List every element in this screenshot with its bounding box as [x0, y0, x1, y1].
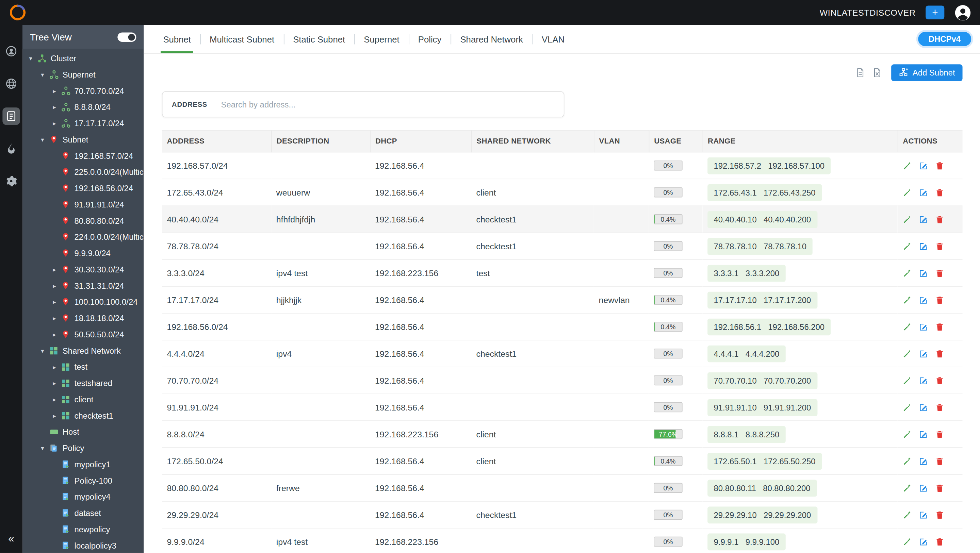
- tree-item[interactable]: ▸ 8.8.8.0/24: [22, 99, 143, 115]
- tree-item[interactable]: ▸ checktest1: [22, 407, 143, 424]
- tree-item[interactable]: Policy-100: [22, 472, 143, 489]
- configure-icon[interactable]: [902, 484, 912, 493]
- table-row[interactable]: 172.65.43.0/24 weuuerw 192.168.56.4 clie…: [162, 179, 963, 206]
- tree-item[interactable]: ▾ Cluster: [22, 50, 143, 66]
- tree-item[interactable]: mypolicy4: [22, 488, 143, 505]
- chevron-icon[interactable]: ▸: [51, 298, 57, 305]
- address-search-input[interactable]: [220, 99, 554, 110]
- edit-icon[interactable]: [919, 161, 928, 171]
- table-row[interactable]: 3.3.3.0/24 ipv4 test 192.168.223.156 tes…: [162, 259, 963, 286]
- delete-icon[interactable]: [935, 242, 945, 251]
- configure-icon[interactable]: [902, 323, 912, 332]
- tree-view-toggle[interactable]: [118, 32, 136, 42]
- chevron-icon[interactable]: ▾: [40, 71, 46, 78]
- table-row[interactable]: 4.4.4.0/24 ipv4 192.168.56.4 checktest1 …: [162, 340, 963, 367]
- tab-policy[interactable]: Policy: [409, 25, 451, 53]
- delete-icon[interactable]: [935, 510, 945, 520]
- table-row[interactable]: 78.78.78.0/24 192.168.56.4 checktest1 0%…: [162, 233, 963, 259]
- delete-icon[interactable]: [935, 349, 945, 359]
- chevron-icon[interactable]: ▾: [40, 445, 46, 451]
- chevron-icon[interactable]: ▸: [51, 363, 57, 370]
- edit-icon[interactable]: [919, 188, 928, 198]
- configure-icon[interactable]: [902, 510, 912, 520]
- configure-icon[interactable]: [902, 242, 912, 251]
- tree-item[interactable]: 225.0.0.0/24(Multicast): [22, 164, 143, 180]
- tree-item[interactable]: ▸ 30.30.30.0/24: [22, 261, 143, 278]
- tree-item[interactable]: Host: [22, 423, 143, 440]
- delete-icon[interactable]: [935, 188, 945, 198]
- configure-icon[interactable]: [902, 296, 912, 305]
- tree-item[interactable]: 9.9.9.0/24: [22, 245, 143, 261]
- tree-item[interactable]: ▾ Subnet: [22, 131, 143, 148]
- configure-icon[interactable]: [902, 188, 912, 198]
- edit-icon[interactable]: [919, 457, 928, 466]
- dhcp-icon[interactable]: [2, 140, 20, 157]
- configure-icon[interactable]: [902, 537, 912, 547]
- tree-item[interactable]: ▸ 50.50.50.0/24: [22, 326, 143, 342]
- table-row[interactable]: 91.91.91.0/24 192.168.56.4 0% 91.91.91.1…: [162, 394, 963, 421]
- tree-item[interactable]: 192.168.56.0/24: [22, 180, 143, 196]
- table-row[interactable]: 9.9.9.0/24 ipv4 test 192.168.223.156 0% …: [162, 528, 963, 553]
- configure-icon[interactable]: [902, 430, 912, 439]
- chevron-icon[interactable]: ▸: [51, 87, 57, 94]
- edit-icon[interactable]: [919, 430, 928, 439]
- tree-item[interactable]: dataset: [22, 505, 143, 521]
- chevron-icon[interactable]: ▸: [51, 331, 57, 338]
- tree-item[interactable]: ▸ 17.17.17.0/24: [22, 115, 143, 131]
- chevron-icon[interactable]: ▸: [51, 396, 57, 403]
- tree-item[interactable]: ▸ 31.31.31.0/24: [22, 278, 143, 294]
- configure-icon[interactable]: [902, 269, 912, 278]
- table-row[interactable]: 70.70.70.0/24 192.168.56.4 0% 70.70.70.1…: [162, 367, 963, 394]
- tree-item[interactable]: ▾ Supernet: [22, 66, 143, 83]
- configure-icon[interactable]: [902, 376, 912, 386]
- table-row[interactable]: 80.80.80.0/24 frerwe 192.168.56.4 0% 80.…: [162, 474, 963, 501]
- chevron-icon[interactable]: ▾: [40, 347, 46, 354]
- tab-shared-network[interactable]: Shared Network: [451, 25, 532, 53]
- table-row[interactable]: 192.168.56.0/24 192.168.56.4 0.4% 192.16…: [162, 313, 963, 340]
- chevron-icon[interactable]: ▸: [51, 103, 57, 110]
- tree-item[interactable]: ▸ 70.70.70.0/24: [22, 82, 143, 99]
- tab-vlan[interactable]: VLAN: [532, 25, 574, 53]
- export-pdf-icon[interactable]: [855, 67, 865, 78]
- global-add-button[interactable]: +: [926, 6, 944, 19]
- chevron-icon[interactable]: ▾: [40, 136, 46, 143]
- dns-icon[interactable]: [2, 75, 20, 92]
- chevron-icon[interactable]: ▸: [51, 412, 57, 419]
- edit-icon[interactable]: [919, 537, 928, 547]
- table-row[interactable]: 172.65.50.0/24 192.168.56.4 client 0.4% …: [162, 448, 963, 474]
- collapse-sidebar-button[interactable]: «: [8, 533, 14, 545]
- chevron-icon[interactable]: ▸: [51, 315, 57, 321]
- add-subnet-button[interactable]: Add Subnet: [891, 64, 962, 81]
- delete-icon[interactable]: [935, 430, 945, 439]
- admin-icon[interactable]: [2, 172, 20, 190]
- edit-icon[interactable]: [919, 296, 928, 305]
- chevron-icon[interactable]: ▸: [51, 266, 57, 273]
- configure-icon[interactable]: [902, 349, 912, 359]
- tree-item[interactable]: ▸ 18.18.18.0/24: [22, 310, 143, 326]
- delete-icon[interactable]: [935, 215, 945, 224]
- delete-icon[interactable]: [935, 484, 945, 493]
- tree-item[interactable]: 91.91.91.0/24: [22, 196, 143, 213]
- delete-icon[interactable]: [935, 376, 945, 386]
- dhcp-version-pill[interactable]: DHCPv4: [918, 32, 972, 46]
- edit-icon[interactable]: [919, 510, 928, 520]
- user-avatar-icon[interactable]: [955, 4, 972, 21]
- tab-multicast-subnet[interactable]: Multicast Subnet: [200, 25, 283, 53]
- edit-icon[interactable]: [919, 349, 928, 359]
- tree-item[interactable]: ▸ 100.100.100.0/24: [22, 294, 143, 310]
- delete-icon[interactable]: [935, 296, 945, 305]
- user-icon[interactable]: [2, 43, 20, 60]
- chevron-icon[interactable]: ▸: [51, 120, 57, 127]
- edit-icon[interactable]: [919, 242, 928, 251]
- tree-item[interactable]: localpolicy3: [22, 537, 143, 553]
- delete-icon[interactable]: [935, 161, 945, 171]
- export-excel-icon[interactable]: [872, 67, 882, 78]
- edit-icon[interactable]: [919, 323, 928, 332]
- edit-icon[interactable]: [919, 269, 928, 278]
- chevron-icon[interactable]: ▸: [51, 282, 57, 289]
- configure-icon[interactable]: [902, 215, 912, 224]
- edit-icon[interactable]: [919, 215, 928, 224]
- table-row[interactable]: 29.29.29.0/24 192.168.56.4 checktest1 0%…: [162, 501, 963, 528]
- table-row[interactable]: 40.40.40.0/24 hfhfdhjfdjh 192.168.56.4 c…: [162, 206, 963, 233]
- tree-item[interactable]: ▾ Policy: [22, 440, 143, 456]
